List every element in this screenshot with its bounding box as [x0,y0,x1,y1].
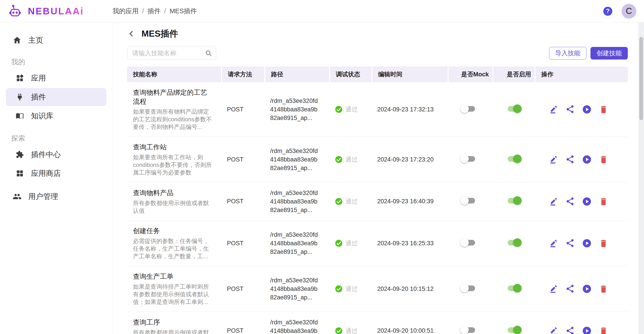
sidebar-item-apps[interactable]: 应用 [6,69,106,87]
actions-cell [534,326,628,334]
avatar[interactable]: C [622,4,636,19]
scrollbar-track[interactable] [638,22,644,334]
delete-icon[interactable] [598,196,609,207]
share-icon[interactable] [565,154,576,165]
breadcrumb: 我的应用/插件/MES插件 [112,7,197,16]
run-icon[interactable] [582,238,592,248]
check-circle-icon [335,156,342,163]
scrollbar-thumb[interactable] [639,37,643,120]
request-method-cell: POST [221,106,264,113]
skill-name: 查询工作站 [133,143,210,152]
mock-cell [448,154,492,165]
run-icon[interactable] [582,154,592,165]
enabled-toggle[interactable] [506,238,522,247]
request-method-cell: POST [221,286,264,293]
skill-name: 创建任务 [133,226,210,235]
request-path: /rdm_a53ee320fd4148bbaa83ea9b82ae8915_ap… [270,147,318,172]
edit-icon[interactable] [548,238,559,248]
request-method-cell: POST [221,240,264,247]
enabled-toggle[interactable] [506,196,522,205]
import-skill-button[interactable]: 导入技能 [549,47,586,59]
help-button[interactable]: ? [601,4,615,18]
search-input[interactable] [127,47,216,60]
edit-time-cell: 2024-09-23 17:32:13 [371,106,448,113]
app-window: NEBULAAi 我的应用/插件/MES插件 ? C 主页我的应用插件知识库探索… [0,0,644,334]
debug-status-cell: 通过 [329,239,371,247]
edit-icon[interactable] [548,104,559,115]
mock-toggle[interactable] [460,104,476,113]
request-method: POST [227,240,244,247]
enabled-toggle[interactable] [506,326,522,334]
mock-toggle[interactable] [460,196,476,205]
breadcrumb-item[interactable]: 我的应用 [112,7,138,16]
plug-icon [16,93,24,101]
create-skill-button[interactable]: 创建技能 [590,47,628,59]
toolbar: 导入技能 创建技能 [127,47,628,60]
run-icon[interactable] [582,104,592,115]
share-icon[interactable] [565,104,576,115]
table-row: 查询物料产品 所有参数都使用示例值或者默认值 POST /rdm_a53ee32… [127,182,628,221]
run-icon[interactable] [582,284,592,294]
skill-name-cell: 查询物料产品 所有参数都使用示例值或者默认值 [127,188,221,214]
skill-name-cell: 查询工序 所有参数都使用示例值或者默认值 [127,318,221,334]
share-icon[interactable] [565,196,576,207]
share-icon[interactable] [565,238,576,248]
run-icon[interactable] [582,196,592,207]
delete-icon[interactable] [598,104,609,115]
actions-cell [534,284,628,294]
breadcrumb-item[interactable]: MES插件 [170,7,197,16]
column-header: 操作 [534,66,628,82]
sidebar-item-users[interactable]: 用户管理 [0,188,112,205]
skill-description: 如果要查询所有物料产品绑定的工艺流程则conditions参数不要传，否则物料产… [133,108,212,131]
puzzle-icon [16,151,24,159]
edit-icon[interactable] [548,154,559,165]
column-header: 是否Mock [448,66,492,82]
sidebar-item-home[interactable]: 主页 [0,32,112,48]
enabled-toggle[interactable] [506,104,522,113]
debug-status-label: 通过 [346,105,358,113]
delete-icon[interactable] [598,326,609,334]
skill-description: 必需提供的参数：任务编号，任务名称，生产工单编号，生产工单名称，生产数量，工..… [133,237,212,260]
actions-cell [534,104,628,115]
enabled-toggle[interactable] [506,284,522,293]
mock-cell [448,238,492,249]
edit-icon[interactable] [548,326,559,334]
mock-cell [448,104,492,115]
edit-icon[interactable] [548,284,559,294]
mock-toggle[interactable] [460,284,476,293]
delete-icon[interactable] [598,238,609,248]
brand-logo[interactable]: NEBULAAi [0,4,112,19]
debug-status-label: 通过 [346,239,358,247]
apps-icon [16,74,24,82]
delete-icon[interactable] [598,284,609,294]
share-icon[interactable] [565,284,576,294]
search-icon[interactable] [205,50,212,57]
breadcrumb-item[interactable]: 插件 [148,7,160,16]
check-circle-icon [335,327,342,334]
mock-toggle[interactable] [460,326,476,334]
mock-toggle[interactable] [460,238,476,247]
home-icon [12,36,22,45]
back-icon[interactable] [127,29,136,38]
sidebar-item-book[interactable]: 知识库 [6,107,106,125]
delete-icon[interactable] [598,154,609,165]
request-path: /rdm_a53ee320fd4148bbaa83ea9b82ae8915_ap… [270,189,318,214]
share-icon[interactable] [565,326,576,334]
edit-time: 2024-09-20 10:15:12 [377,286,434,292]
question-icon: ? [603,7,612,16]
check-circle-icon [335,285,342,293]
mock-toggle[interactable] [460,154,476,163]
sidebar-item-plug[interactable]: 插件 [6,88,106,106]
enabled-toggle[interactable] [506,154,522,163]
sidebar-item-puzzle[interactable]: 插件中心 [6,146,106,164]
edit-time-cell: 2024-09-20 10:00:51 [371,327,448,334]
edit-time-cell: 2024-09-23 17:23:20 [371,156,448,163]
path-cell: /rdm_a53ee320fd4148bbaa83ea9b82ae8915_ap… [264,97,329,122]
top-header: NEBULAAi 我的应用/插件/MES插件 ? C [0,0,644,22]
request-path: /rdm_a53ee320fd4148bbaa83ea9b82ae8915_ap… [270,97,318,122]
run-icon[interactable] [582,326,592,334]
debug-status-label: 通过 [346,285,358,293]
edit-icon[interactable] [548,196,559,207]
edit-time: 2024-09-23 17:23:20 [377,156,434,163]
sidebar-item-store[interactable]: 应用商店 [6,165,106,182]
